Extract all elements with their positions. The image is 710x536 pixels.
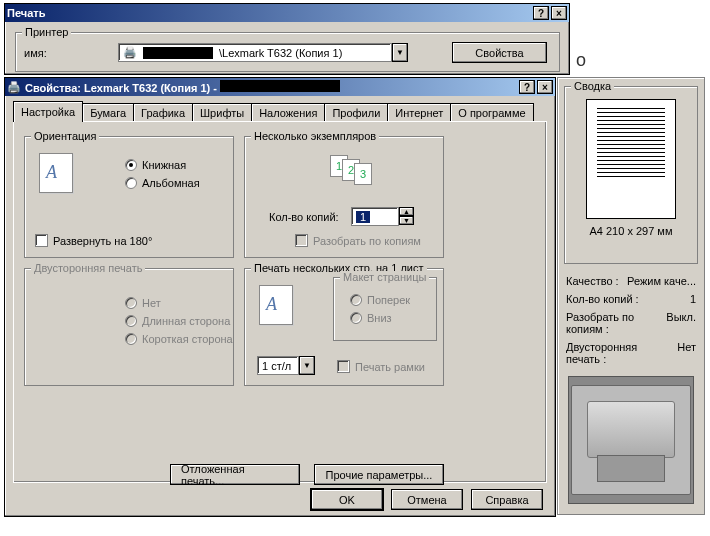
printer-image [571,385,691,495]
summary-row: Кол-во копий :1 [564,290,698,308]
help-button[interactable]: Справка [471,489,543,510]
summary-rows: Качество :Режим каче...Кол-во копий :1Ра… [564,272,698,368]
other-params-button[interactable]: Прочие параметры... [314,464,444,485]
properties-dialog-titlebar: 🖨️ Свойства: Lexmark T632 (Копия 1) - ? … [5,78,555,96]
summary-row: Двусторонняя печать :Нет [564,338,698,368]
pages-per-sheet-value: 1 ст/л [262,360,291,372]
ok-button-label: OK [339,494,355,506]
radio-icon [125,333,137,345]
duplex-group: Двусторонняя печать Нет Длинная сторона … [24,268,234,386]
redacted [143,47,213,59]
summary-row: Разобрать по копиям :Выкл. [564,308,698,338]
radio-icon [125,297,137,309]
copies-legend: Несколько экземпляров [251,130,379,142]
summary-key: Кол-во копий : [566,293,639,305]
copies-count-value: 1 [356,211,370,223]
print-dialog-titlebar: Печать ? × [5,4,569,22]
tab-profiles-label: Профили [332,107,380,119]
summary-key: Качество : [566,275,619,287]
collate-checkbox: Разобрать по копиям [295,234,421,247]
radio-icon [350,312,362,324]
summary-row: Качество :Режим каче... [564,272,698,290]
help-button[interactable]: ? [519,80,535,94]
checkbox-icon [337,360,350,373]
dropdown-arrow-icon[interactable]: ▼ [392,43,408,62]
printer-icon: 🖨️ [123,46,137,59]
radio-portrait[interactable]: Книжная [125,159,186,171]
tab-setup[interactable]: Настройка [13,101,83,122]
copies-group: Несколько экземпляров 1 2 3 Кол-во копий… [244,136,444,258]
print-border-label: Печать рамки [355,361,425,373]
help-button[interactable]: ? [533,6,549,20]
pages-per-sheet-combo[interactable]: 1 ст/л ▼ [257,356,315,375]
summary-value: Выкл. [666,311,696,335]
duplex-legend: Двусторонняя печать [31,262,145,274]
page-icon [259,285,293,325]
page-icon [39,153,73,193]
printer-icon: 🖨️ [7,81,21,94]
copies-count-input[interactable]: 1 [351,207,399,226]
properties-title-prefix: Свойства: Lexmark T632 (Копия 1) - [25,82,220,94]
copies-spinner[interactable]: ▲ ▼ [399,207,414,225]
tab-overlays-label: Наложения [259,107,317,119]
spinner-down-icon[interactable]: ▼ [399,216,414,225]
cancel-button[interactable]: Отмена [391,489,463,510]
radio-duplex-none-label: Нет [142,297,161,309]
printer-group: Принтер имя: 🖨️ \Lexmark T632 (Копия 1) … [15,32,560,72]
page-layout-group: Макет страницы Поперек Вниз [333,277,437,341]
deferred-print-button[interactable]: Отложенная печать... [170,464,300,485]
close-button[interactable]: × [551,6,567,20]
radio-icon [125,177,137,189]
printer-name-text: \Lexmark T632 (Копия 1) [219,47,342,59]
radio-icon [350,294,362,306]
radio-icon [125,159,137,171]
summary-panel: Сводка A4 210 x 297 мм Качество :Режим к… [557,77,705,515]
deferred-print-label: Отложенная печать... [181,463,289,487]
summary-value: Режим каче... [627,275,696,287]
summary-key: Двусторонняя печать : [566,341,646,365]
radio-duplex-none: Нет [125,297,161,309]
background-text: о [576,50,586,71]
print-dialog: Печать ? × Принтер имя: 🖨️ \Lexmark T632… [4,3,570,75]
spinner-up-icon[interactable]: ▲ [399,207,414,216]
summary-group: Сводка A4 210 x 297 мм [564,86,698,264]
dropdown-arrow-icon[interactable]: ▼ [299,356,315,375]
tab-panel: Ориентация Книжная Альбомная Развернуть … [13,121,547,483]
radio-duplex-long-label: Длинная сторона [142,315,230,327]
help-button-label: Справка [485,494,528,506]
radio-duplex-long: Длинная сторона [125,315,230,327]
name-label: имя: [24,47,47,59]
properties-dialog-title: Свойства: Lexmark T632 (Копия 1) - [25,80,517,94]
radio-down: Вниз [350,312,392,324]
nup-group: Печать нескольких стр. на 1 лист Макет с… [244,268,444,386]
other-params-label: Прочие параметры... [326,469,433,481]
copies-count-label: Кол-во копий: [269,211,339,223]
radio-portrait-label: Книжная [142,159,186,171]
checkbox-icon [35,234,48,247]
radio-landscape-label: Альбомная [142,177,200,189]
ok-button[interactable]: OK [311,489,383,510]
properties-button[interactable]: Свойства [452,42,547,63]
radio-landscape[interactable]: Альбомная [125,177,200,189]
checkbox-icon [295,234,308,247]
orientation-group: Ориентация Книжная Альбомная Развернуть … [24,136,234,258]
properties-button-label: Свойства [475,47,523,59]
properties-dialog: 🖨️ Свойства: Lexmark T632 (Копия 1) - ? … [4,77,556,517]
copies-icon: 1 2 3 [330,155,372,185]
rotate180-checkbox[interactable]: Развернуть на 180° [35,234,152,247]
printer-image-frame [568,376,694,504]
summary-value: Нет [677,341,696,365]
tab-setup-label: Настройка [21,106,75,118]
radio-across-label: Поперек [367,294,410,306]
rotate180-label: Развернуть на 180° [53,235,152,247]
paper-size-label: A4 210 x 297 мм [565,225,697,237]
tab-paper-label: Бумага [90,107,126,119]
print-dialog-title: Печать [7,7,531,19]
close-button[interactable]: × [537,80,553,94]
summary-legend: Сводка [571,80,614,92]
printer-name-combo[interactable]: 🖨️ \Lexmark T632 (Копия 1) ▼ [118,43,408,62]
radio-duplex-short: Короткая сторона [125,333,233,345]
summary-value: 1 [690,293,696,305]
printer-group-legend: Принтер [22,26,71,38]
tab-about-label: О программе [458,107,525,119]
